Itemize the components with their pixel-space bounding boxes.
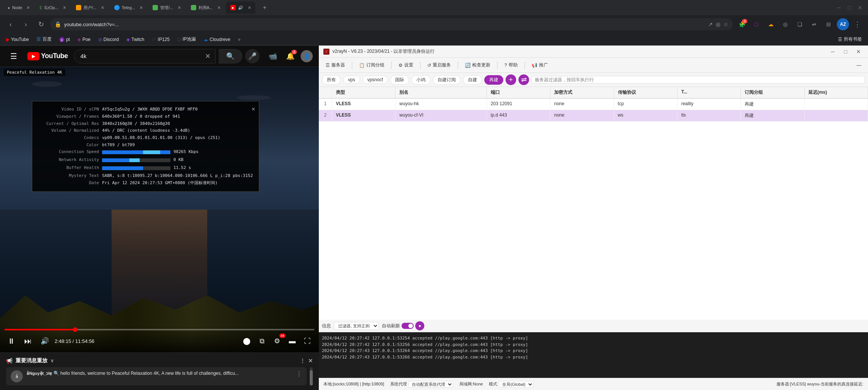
video-player[interactable]: Peaceful Relaxation 4K ✕ Video ID / sCPN… [0,67,319,352]
address-eye-btn[interactable]: ◎ [716,21,720,27]
extension-4-icon[interactable]: ❏ [794,18,806,30]
tab-util[interactable]: 利用A... × [186,2,225,14]
yt-logo[interactable]: YouTube [27,52,68,60]
pause-btn[interactable]: ⏸ [5,334,18,348]
back-btn[interactable]: ‹ [5,18,17,30]
mode-select[interactable]: 全局(Global) [499,381,534,388]
toolbar-check-update-btn[interactable]: 🔄 检查更新 [461,60,494,71]
yt-search-clear-btn[interactable]: ✕ [200,52,215,60]
yt-search-btn[interactable]: 🔍 [219,49,242,63]
filter-vpsnocf[interactable]: vpsnocf [362,76,388,84]
th-group[interactable]: 订阅分组 [741,87,804,98]
progress-bar[interactable] [5,329,314,330]
bookmark-youtube[interactable]: ▶ YouTube [3,35,32,44]
bookmark-twitch[interactable]: ◈ Twitch [123,35,147,44]
win-close[interactable]: ✕ [855,4,865,11]
tab-close-mgmt[interactable]: × [178,5,181,11]
volume-btn[interactable]: 🔊 [38,334,52,348]
yt-search-input[interactable] [74,53,200,59]
filter-intl[interactable]: 国际 [390,75,409,85]
th-alias[interactable]: 别名 [395,87,487,98]
filter-custom-sub[interactable]: 自建订阅 [433,75,461,85]
msg-close-btn[interactable]: ✕ [308,358,313,364]
bookmark-ip-pool[interactable]: ⬡ IP池漏 [174,35,199,44]
filter-search-input[interactable] [531,76,865,84]
win-maximize[interactable]: □ [844,4,854,11]
extension-notif-icon[interactable]: 🧩 3 [736,18,748,30]
tab-close-ezop[interactable]: × [63,5,66,11]
extension-3-icon[interactable]: ◎ [779,18,791,30]
miniplayer-btn[interactable]: ⧉ [255,334,269,348]
win-minimize[interactable]: ─ [834,4,844,11]
extension-5-icon[interactable]: ⇌ [808,18,820,30]
theater-btn[interactable]: ▬ [285,334,299,348]
toolbar-server-btn[interactable]: ☰ 服务器 [322,60,349,71]
toolbar-settings-btn[interactable]: ⚙ 设置 [395,60,417,71]
address-share-btn[interactable]: ↗ [708,21,713,27]
tab-user[interactable]: 用户/... × [71,2,109,14]
new-tab-btn[interactable]: + [259,2,270,13]
bookmark-poe[interactable]: ◈ Poe [74,35,93,44]
filter-vps[interactable]: vps [343,76,360,84]
yt-avatar[interactable]: 👤 [301,50,313,62]
bookmark-all-btn[interactable]: ☰ 所有书签 [835,35,865,44]
toolbar-restart-btn[interactable]: ↺ 重启服务 [424,60,455,71]
forward-btn[interactable]: › [20,18,32,30]
th-encryption[interactable]: 加密方式 [550,87,614,98]
system-proxy-select[interactable]: 自动配置系统代理 [408,381,453,388]
v2rayn-close-btn[interactable]: ✕ [854,48,863,55]
msg-more-btn[interactable]: ⋮ [296,370,302,377]
toolbar-help-btn[interactable]: ? 帮助 [501,60,521,71]
table-row[interactable]: 2 VLESS wuyou-cf-VI ip.d 443 none ws tls… [319,110,868,122]
v2rayn-minimize-btn[interactable]: ─ [828,48,838,55]
auto-refresh-switch[interactable] [402,323,414,329]
next-btn[interactable]: ⏭ [21,334,35,348]
menu-icon[interactable]: ⋮ [851,18,863,30]
toolbar-promote-btn[interactable]: 📢 推广 [528,60,552,71]
yt-menu-btn[interactable]: ☰ [6,49,21,64]
th-tls[interactable]: T... [677,87,741,98]
tab-close-youtube[interactable]: × [248,5,251,11]
th-num[interactable] [319,87,332,98]
th-transport[interactable]: 传输协议 [614,87,677,98]
bookmark-ip125[interactable]: IP IP125 [149,35,173,44]
bookmark-discord[interactable]: ◎ Discord [95,35,122,44]
msg-scrollbar[interactable] [310,367,313,385]
tab-node[interactable]: ● Node × [3,2,35,14]
msg-dots-btn[interactable]: ⋮ [300,358,305,364]
refresh-btn[interactable]: ↻ [35,18,47,30]
tab-telegram[interactable]: Teleg... × [110,2,148,14]
bookmark-baidu[interactable]: 百 百度 [33,35,55,44]
address-star-btn[interactable]: ☆ [723,21,728,27]
msg-chevron-icon[interactable]: ∨ [50,358,54,363]
filter-all[interactable]: 所有 [322,75,341,85]
tab-close-node[interactable]: × [27,5,30,11]
th-latency[interactable]: 延迟(ms) [805,87,868,98]
split-screen-icon[interactable]: ⊟ [822,18,835,30]
subtitles-toggle-btn[interactable]: ⬤ [240,334,254,348]
filter-custom[interactable]: 自建 [463,75,482,85]
extension-2-icon[interactable]: ☁ [765,18,777,30]
toolbar-subscription-btn[interactable]: 📋 订阅分组 [355,60,388,71]
tab-close-telegram[interactable]: × [140,5,143,11]
toolbar-minimize-btn[interactable]: — [853,60,865,71]
filter-balance-btn[interactable]: ⇌ [518,74,529,85]
tab-close-util[interactable]: × [217,5,221,11]
yt-mic-btn[interactable]: 🎤 [245,49,260,63]
tab-close-user[interactable]: × [101,5,104,11]
bookmark-cloudreve[interactable]: ☁ Cloudreve [200,35,233,44]
th-port[interactable]: 端口 [487,87,550,98]
filter-chicken[interactable]: 小鸡 [411,75,430,85]
yt-notifications-btn[interactable]: 🔔 3 [283,49,298,63]
bookmark-more-btn[interactable]: » [235,35,244,44]
debug-close-btn[interactable]: ✕ [252,104,255,114]
yt-create-btn[interactable]: 📹 [266,49,280,63]
bookmark-pt[interactable]: p pt [56,35,73,44]
tab-mgmt[interactable]: 管理/... × [148,2,185,14]
tab-ezop[interactable]: E EzOp... × [35,2,71,14]
log-filter-dropdown[interactable]: 过滤器, 支持正则 [334,322,379,330]
profile-icon[interactable]: AZ [837,18,849,30]
extension-1-icon[interactable]: ⬡ [750,18,762,30]
filter-rebuild[interactable]: 再建 [484,75,503,85]
th-type[interactable]: 类型 [332,87,395,98]
